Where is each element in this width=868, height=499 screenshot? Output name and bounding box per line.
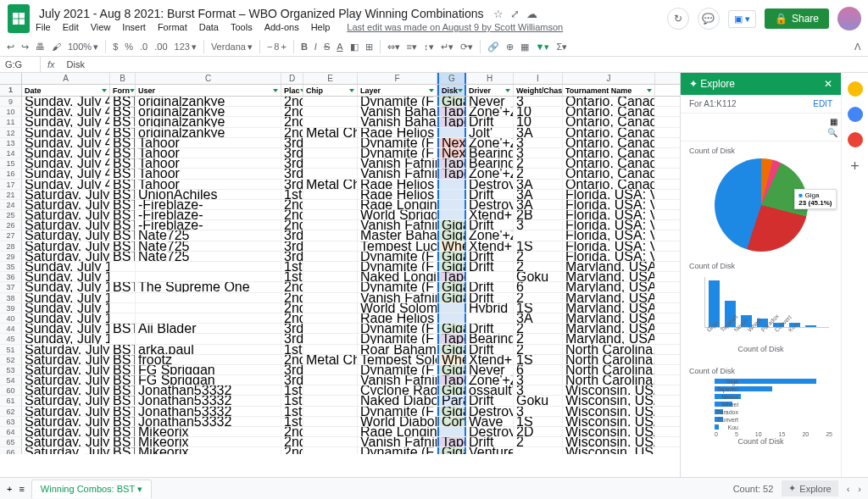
cell[interactable]: Saturday, July 17, 2021 [22,345,110,354]
add-sheet-icon[interactable]: + [7,484,12,494]
count-status[interactable]: Count: 52 [733,484,774,494]
col-header[interactable]: A [22,73,110,84]
cell[interactable]: Ontario, Canada: HIGH PARK TI [563,169,655,178]
cell[interactable]: Sunday, July 11, 2021 [22,262,110,271]
table-row[interactable]: 14Sunday, July 4, 2021BSTTahoor3rdDynami… [0,148,680,158]
explore-hbar-chart[interactable]: Count of Disk GigaTaperedNexusWheelParad… [681,362,841,454]
history-icon[interactable]: ↻ [667,8,689,30]
cell[interactable] [303,241,358,251]
cell[interactable]: Tapered [437,169,466,178]
cell[interactable]: 1st [281,345,303,354]
sheet-tab-active[interactable]: Winning Combos: BST ▾ [31,480,152,498]
cell[interactable]: 3 [514,220,563,230]
cell[interactable] [303,427,358,436]
cell[interactable]: Sunday, July 11, 2021 [22,282,110,291]
table-row[interactable]: 9Sunday, July 4, 2021BSToriginalzankye2n… [0,97,680,107]
col-header[interactable]: F [358,73,437,84]
table-row[interactable]: 66Saturday, July 17, 2021BSTMikeorix2ndD… [0,447,680,454]
cell[interactable]: Saturday, July 10, 2021 [22,252,110,261]
font-select[interactable]: Verdana ▾ [211,42,253,53]
move-icon[interactable]: ⤢ [510,8,520,20]
cell[interactable]: Maryland, USA: Allen's first spir [563,334,655,343]
cell[interactable]: 1S [514,355,563,364]
cell[interactable]: Saturday, July 17, 2021 [22,427,110,436]
row-number[interactable]: 16 [0,169,22,178]
cell[interactable]: Tapered [437,437,466,446]
row-number[interactable]: 36 [0,272,22,281]
cell[interactable]: 2 [514,345,563,354]
explore-edit-link[interactable]: EDIT [813,99,832,108]
cell[interactable]: BST [110,447,136,454]
cell[interactable]: BST [110,427,136,436]
cell[interactable]: BST [110,345,136,354]
cell[interactable]: 2 [514,293,563,302]
cell[interactable]: Drift [466,324,514,333]
table-row[interactable]: 51Saturday, July 17, 2021BSTarka.paul1st… [0,345,680,355]
cell[interactable]: Destroy' [466,180,514,189]
row-number[interactable]: 51 [0,345,22,354]
cell[interactable]: 2nd [281,303,303,313]
table-row[interactable]: 13Sunday, July 4, 2021BSTTahoor3rdDynami… [0,138,680,148]
cell[interactable]: 3rd [281,230,303,240]
cell[interactable]: BST [110,282,136,291]
cell[interactable] [303,117,358,126]
cell[interactable] [466,313,514,323]
row-number[interactable]: 44 [0,324,22,333]
cell[interactable]: FG Spriggan [136,365,281,374]
table-row[interactable]: 29Saturday, July 10, 2021BSTNate7253rdDy… [0,252,680,262]
cell[interactable]: Convert [437,417,466,426]
table-row[interactable]: 15Sunday, July 4, 2021BSTTahoor3rdVanish… [0,158,680,169]
cell[interactable]: ossault' [466,385,514,395]
cell[interactable]: Ontario, Canada: HIGH PARK TI [563,128,655,137]
cell[interactable]: FG Spriggan [136,375,281,385]
cell[interactable]: Metal Chip Core [303,355,358,364]
all-sheets-icon[interactable]: ≡ [19,484,24,494]
comments-icon[interactable]: 💬 [698,8,720,30]
cell[interactable]: Maryland, USA: Allen's first spir [563,303,655,313]
cell[interactable] [437,427,466,436]
cell[interactable]: Bearing [466,334,514,343]
cell[interactable]: 1S [514,303,563,313]
cell[interactable]: Zone'+Z [466,169,514,178]
cell[interactable] [303,230,358,240]
cell[interactable]: North Carolina, USA: Blading at [563,365,655,374]
cell[interactable]: -Fireblaze- [136,210,281,219]
cell[interactable]: Sunday, July 11, 2021 [22,324,110,333]
cell[interactable]: 3rd [281,169,303,178]
cell[interactable]: Saturday, July 17, 2021 [22,365,110,374]
cell[interactable]: Drift [466,396,514,405]
cell[interactable]: BST [110,128,136,137]
cell[interactable]: World Diabolos [358,417,437,426]
cell[interactable]: Zone'+Z [466,375,514,385]
table-row[interactable]: 38Sunday, July 11, 20212ndVanish FafnirG… [0,293,680,303]
cell[interactable]: 3A [514,190,563,199]
cell[interactable]: BST [110,138,136,147]
cell[interactable]: BST [110,158,136,168]
cell[interactable]: Sunday, July 4, 2021 [22,97,110,106]
table-row[interactable]: 44Sunday, July 11, 2021BSTAji Blader3rdD… [0,324,680,334]
cell[interactable]: Ontario, Canada: HIGH PARK TI [563,107,655,116]
cell[interactable]: Zone'+Z [466,230,514,240]
cell[interactable] [303,417,358,426]
cell[interactable]: Drift [466,282,514,291]
cell[interactable]: Tahoor [136,180,281,189]
row-number[interactable]: 61 [0,396,22,405]
table-row[interactable]: 28Saturday, July 10, 2021BSTNate7253rdTe… [0,241,680,252]
table-row[interactable]: 54Saturday, July 17, 2021BSTFG Spriggan3… [0,375,680,385]
cell[interactable]: Bearing [466,148,514,158]
cell[interactable] [303,158,358,168]
cell[interactable]: Drift [466,262,514,271]
menu-edit[interactable]: Edit [63,22,79,32]
cell[interactable] [437,190,466,199]
cell[interactable]: Tahoor [136,158,281,168]
table-row[interactable]: 24Saturday, July 10, 2021BST-Fireblaze-2… [0,200,680,210]
menu-help[interactable]: Help [311,22,331,32]
cell[interactable]: Venture [466,447,514,454]
menu-tools[interactable]: Tools [231,22,253,32]
rotate-button[interactable]: ⟳▾ [460,42,473,53]
cell[interactable]: 3rd [281,241,303,251]
cell[interactable] [303,220,358,230]
cell[interactable]: Dynamite (F Gear) Belial [358,334,437,343]
keep-icon[interactable] [848,81,863,97]
cell[interactable]: North Carolina, USA: Blading at [563,345,655,354]
